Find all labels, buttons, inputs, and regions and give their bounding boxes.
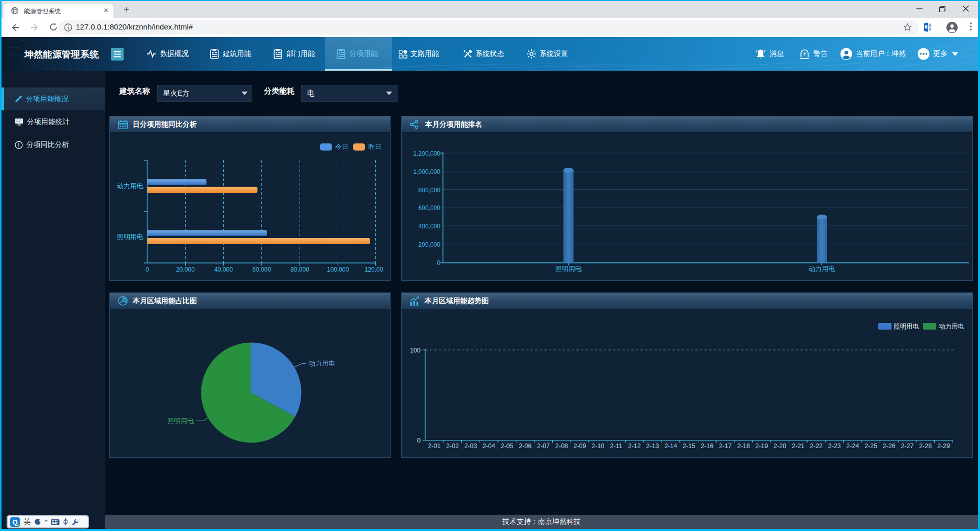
svg-text:60,000: 60,000	[252, 266, 271, 273]
svg-text:昨日: 昨日	[368, 143, 381, 151]
svg-text:2-10: 2-10	[591, 442, 604, 450]
svg-text:2-13: 2-13	[646, 442, 659, 450]
svg-text:2-18: 2-18	[737, 442, 750, 450]
svg-text:0: 0	[437, 259, 440, 267]
svg-text:2-12: 2-12	[628, 442, 641, 450]
svg-text:Q: Q	[12, 518, 17, 526]
svg-text:照明用电: 照明用电	[555, 265, 582, 273]
svg-text:2-15: 2-15	[682, 442, 695, 450]
svg-text:400,000: 400,000	[419, 223, 441, 230]
svg-text:20,000: 20,000	[176, 266, 195, 273]
svg-text:200,000: 200,000	[419, 241, 441, 248]
svg-text:2-04: 2-04	[483, 442, 495, 450]
svg-text:2-25: 2-25	[865, 442, 877, 450]
svg-text:2-08: 2-08	[555, 442, 568, 450]
svg-text:2-29: 2-29	[937, 442, 950, 450]
svg-text:2-28: 2-28	[919, 442, 932, 450]
svg-text:2-14: 2-14	[664, 442, 677, 450]
svg-text:今日: 今日	[335, 143, 348, 151]
svg-text:120,00: 120,00	[365, 266, 383, 273]
svg-text:2-11: 2-11	[610, 442, 622, 450]
svg-text:600,000: 600,000	[419, 204, 441, 212]
svg-text:2-21: 2-21	[792, 442, 805, 450]
svg-text:动力用电: 动力用电	[309, 360, 335, 367]
svg-text:2-27: 2-27	[901, 442, 913, 450]
svg-text:2-19: 2-19	[755, 442, 768, 450]
svg-text:2-17: 2-17	[719, 442, 732, 450]
svg-text:2-23: 2-23	[828, 442, 841, 450]
svg-text:1,000,000: 1,000,000	[413, 168, 441, 175]
svg-text:2-05: 2-05	[500, 442, 513, 450]
svg-text:80,000: 80,000	[290, 266, 309, 273]
svg-text:2-03: 2-03	[464, 442, 477, 450]
svg-text:2-06: 2-06	[519, 442, 531, 450]
svg-text:2-07: 2-07	[537, 442, 550, 450]
svg-text:2-24: 2-24	[846, 442, 859, 450]
svg-text:动力用电: 动力用电	[117, 182, 143, 190]
svg-text:照明用电: 照明用电	[167, 417, 194, 425]
svg-text:动力用电: 动力用电	[809, 265, 835, 273]
svg-text:2-20: 2-20	[774, 442, 786, 450]
svg-text:2-22: 2-22	[810, 442, 823, 450]
svg-text:2-01: 2-01	[428, 442, 440, 450]
svg-text:2-09: 2-09	[573, 442, 586, 450]
svg-text:照明用电: 照明用电	[117, 233, 143, 241]
svg-text:800,000: 800,000	[419, 187, 441, 194]
svg-text:2-16: 2-16	[701, 442, 714, 450]
svg-text:2-02: 2-02	[446, 442, 459, 450]
svg-text:100,000: 100,000	[327, 266, 349, 273]
svg-text:2-26: 2-26	[883, 442, 896, 450]
svg-text:40,000: 40,000	[214, 266, 233, 273]
svg-text:0: 0	[417, 437, 421, 444]
svg-text:1,200,000: 1,200,000	[413, 150, 441, 157]
svg-text:动力用电: 动力用电	[939, 323, 965, 330]
svg-text:0: 0	[145, 266, 149, 273]
svg-text:照明用电: 照明用电	[894, 323, 919, 330]
svg-text:100: 100	[410, 347, 421, 354]
